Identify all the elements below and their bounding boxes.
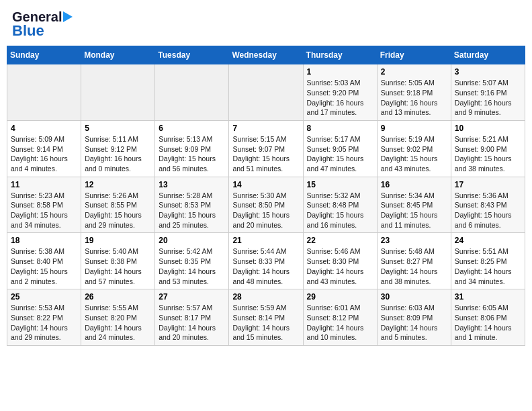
day-info: Sunrise: 5:13 AM Sunset: 9:09 PM Dayligh… (159, 134, 225, 174)
page-header: General Blue (7, 7, 525, 42)
calendar-cell: 21Sunrise: 5:44 AM Sunset: 8:33 PM Dayli… (229, 233, 303, 289)
calendar-cell: 7Sunrise: 5:15 AM Sunset: 9:07 PM Daylig… (229, 120, 303, 177)
day-info: Sunrise: 5:32 AM Sunset: 8:48 PM Dayligh… (307, 191, 373, 230)
calendar-cell (81, 64, 155, 121)
day-number: 13 (159, 180, 225, 189)
calendar-table: SundayMondayTuesdayWednesdayThursdayFrid… (7, 46, 525, 346)
day-number: 7 (232, 124, 299, 133)
calendar-cell: 30Sunrise: 6:03 AM Sunset: 8:09 PM Dayli… (377, 289, 451, 346)
calendar-cell (229, 64, 303, 121)
day-info: Sunrise: 5:11 AM Sunset: 9:12 PM Dayligh… (85, 134, 151, 174)
calendar-cell: 14Sunrise: 5:30 AM Sunset: 8:50 PM Dayli… (229, 177, 303, 233)
day-header-thursday: Thursday (303, 46, 377, 64)
day-number: 6 (159, 124, 225, 133)
day-info: Sunrise: 5:30 AM Sunset: 8:50 PM Dayligh… (232, 191, 299, 230)
day-info: Sunrise: 5:26 AM Sunset: 8:55 PM Dayligh… (85, 191, 151, 230)
day-number: 26 (85, 292, 151, 302)
calendar-week-2: 4Sunrise: 5:09 AM Sunset: 9:14 PM Daylig… (7, 120, 525, 177)
calendar-cell: 20Sunrise: 5:42 AM Sunset: 8:35 PM Dayli… (155, 233, 229, 289)
day-info: Sunrise: 6:05 AM Sunset: 8:06 PM Dayligh… (455, 303, 521, 342)
day-number: 31 (455, 292, 521, 302)
day-header-monday: Monday (81, 46, 155, 64)
day-number: 12 (85, 180, 151, 189)
calendar-cell: 9Sunrise: 5:19 AM Sunset: 9:02 PM Daylig… (377, 120, 451, 177)
calendar-cell: 11Sunrise: 5:23 AM Sunset: 8:58 PM Dayli… (7, 177, 81, 233)
day-info: Sunrise: 5:53 AM Sunset: 8:22 PM Dayligh… (11, 303, 77, 342)
calendar-cell: 10Sunrise: 5:21 AM Sunset: 9:00 PM Dayli… (451, 120, 525, 177)
day-info: Sunrise: 5:51 AM Sunset: 8:25 PM Dayligh… (455, 246, 521, 286)
day-info: Sunrise: 5:28 AM Sunset: 8:53 PM Dayligh… (159, 191, 225, 230)
day-header-tuesday: Tuesday (155, 46, 229, 64)
calendar-cell: 12Sunrise: 5:26 AM Sunset: 8:55 PM Dayli… (81, 177, 155, 233)
day-number: 16 (381, 180, 447, 189)
day-info: Sunrise: 5:40 AM Sunset: 8:38 PM Dayligh… (85, 246, 151, 286)
day-info: Sunrise: 5:48 AM Sunset: 8:27 PM Dayligh… (381, 246, 447, 286)
day-info: Sunrise: 5:57 AM Sunset: 8:17 PM Dayligh… (159, 303, 225, 342)
calendar-cell: 27Sunrise: 5:57 AM Sunset: 8:17 PM Dayli… (155, 289, 229, 346)
day-header-saturday: Saturday (451, 46, 525, 64)
calendar-cell: 24Sunrise: 5:51 AM Sunset: 8:25 PM Dayli… (451, 233, 525, 289)
day-headers-row: SundayMondayTuesdayWednesdayThursdayFrid… (7, 46, 525, 64)
calendar-cell: 26Sunrise: 5:55 AM Sunset: 8:20 PM Dayli… (81, 289, 155, 346)
day-number: 1 (307, 67, 373, 77)
day-info: Sunrise: 5:55 AM Sunset: 8:20 PM Dayligh… (85, 303, 151, 342)
day-number: 4 (11, 124, 77, 133)
calendar-cell (155, 64, 229, 121)
calendar-cell: 23Sunrise: 5:48 AM Sunset: 8:27 PM Dayli… (377, 233, 451, 289)
calendar-cell: 17Sunrise: 5:36 AM Sunset: 8:43 PM Dayli… (451, 177, 525, 233)
day-number: 3 (455, 67, 521, 77)
calendar-cell: 19Sunrise: 5:40 AM Sunset: 8:38 PM Dayli… (81, 233, 155, 289)
day-info: Sunrise: 6:03 AM Sunset: 8:09 PM Dayligh… (381, 303, 447, 342)
calendar-cell: 31Sunrise: 6:05 AM Sunset: 8:06 PM Dayli… (451, 289, 525, 346)
day-number: 9 (381, 124, 447, 133)
day-number: 20 (159, 236, 225, 245)
calendar-cell: 1Sunrise: 5:03 AM Sunset: 9:20 PM Daylig… (303, 64, 377, 121)
calendar-cell: 16Sunrise: 5:34 AM Sunset: 8:45 PM Dayli… (377, 177, 451, 233)
calendar-cell: 13Sunrise: 5:28 AM Sunset: 8:53 PM Dayli… (155, 177, 229, 233)
day-info: Sunrise: 5:19 AM Sunset: 9:02 PM Dayligh… (381, 134, 447, 174)
day-info: Sunrise: 5:36 AM Sunset: 8:43 PM Dayligh… (455, 191, 521, 230)
day-info: Sunrise: 5:38 AM Sunset: 8:40 PM Dayligh… (11, 246, 77, 286)
calendar-cell (7, 64, 81, 121)
day-number: 8 (307, 124, 373, 133)
day-number: 17 (455, 180, 521, 189)
day-info: Sunrise: 5:17 AM Sunset: 9:05 PM Dayligh… (307, 134, 373, 174)
day-info: Sunrise: 5:15 AM Sunset: 9:07 PM Dayligh… (232, 134, 299, 174)
calendar-cell: 8Sunrise: 5:17 AM Sunset: 9:05 PM Daylig… (303, 120, 377, 177)
day-number: 23 (381, 236, 447, 245)
day-number: 22 (307, 236, 373, 245)
day-header-wednesday: Wednesday (229, 46, 303, 64)
day-info: Sunrise: 5:21 AM Sunset: 9:00 PM Dayligh… (455, 134, 521, 174)
calendar-cell: 18Sunrise: 5:38 AM Sunset: 8:40 PM Dayli… (7, 233, 81, 289)
day-info: Sunrise: 5:05 AM Sunset: 9:18 PM Dayligh… (381, 78, 447, 118)
day-info: Sunrise: 5:07 AM Sunset: 9:16 PM Dayligh… (455, 78, 521, 118)
calendar-week-1: 1Sunrise: 5:03 AM Sunset: 9:20 PM Daylig… (7, 64, 525, 121)
day-header-sunday: Sunday (7, 46, 81, 64)
day-number: 14 (232, 180, 299, 189)
calendar-cell: 28Sunrise: 5:59 AM Sunset: 8:14 PM Dayli… (229, 289, 303, 346)
calendar-cell: 6Sunrise: 5:13 AM Sunset: 9:09 PM Daylig… (155, 120, 229, 177)
day-info: Sunrise: 5:44 AM Sunset: 8:33 PM Dayligh… (232, 246, 299, 286)
calendar-cell: 29Sunrise: 6:01 AM Sunset: 8:12 PM Dayli… (303, 289, 377, 346)
day-number: 28 (232, 292, 299, 302)
calendar-cell: 3Sunrise: 5:07 AM Sunset: 9:16 PM Daylig… (451, 64, 525, 121)
day-info: Sunrise: 5:42 AM Sunset: 8:35 PM Dayligh… (159, 246, 225, 286)
day-info: Sunrise: 5:34 AM Sunset: 8:45 PM Dayligh… (381, 191, 447, 230)
day-number: 30 (381, 292, 447, 302)
day-number: 29 (307, 292, 373, 302)
day-number: 25 (11, 292, 77, 302)
day-number: 11 (11, 180, 77, 189)
calendar-week-3: 11Sunrise: 5:23 AM Sunset: 8:58 PM Dayli… (7, 177, 525, 233)
logo: General Blue (12, 9, 73, 39)
day-number: 15 (307, 180, 373, 189)
day-info: Sunrise: 5:46 AM Sunset: 8:30 PM Dayligh… (307, 246, 373, 286)
day-info: Sunrise: 5:03 AM Sunset: 9:20 PM Dayligh… (307, 78, 373, 118)
day-number: 21 (232, 236, 299, 245)
calendar-body: 1Sunrise: 5:03 AM Sunset: 9:20 PM Daylig… (7, 64, 525, 346)
day-header-friday: Friday (377, 46, 451, 64)
calendar-week-5: 25Sunrise: 5:53 AM Sunset: 8:22 PM Dayli… (7, 289, 525, 346)
day-number: 24 (455, 236, 521, 245)
calendar-cell: 25Sunrise: 5:53 AM Sunset: 8:22 PM Dayli… (7, 289, 81, 346)
day-number: 18 (11, 236, 77, 245)
day-info: Sunrise: 5:09 AM Sunset: 9:14 PM Dayligh… (11, 134, 77, 174)
